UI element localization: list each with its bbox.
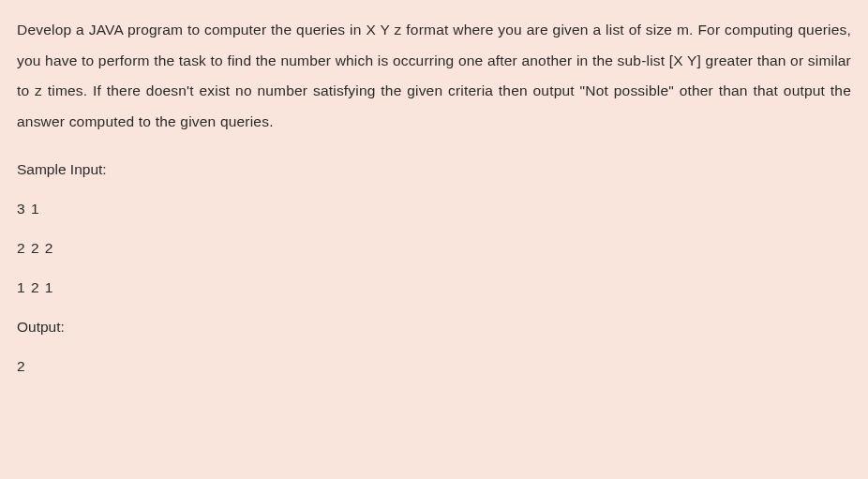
sample-input-line: 2 2 2	[17, 240, 851, 257]
problem-description: Develop a JAVA program to computer the q…	[17, 15, 851, 137]
sample-input-line: 1 2 1	[17, 279, 851, 296]
sample-input-label: Sample Input:	[17, 161, 851, 178]
sample-input-line: 3 1	[17, 201, 851, 217]
output-label: Output:	[17, 319, 851, 336]
output-line: 2	[17, 358, 851, 375]
